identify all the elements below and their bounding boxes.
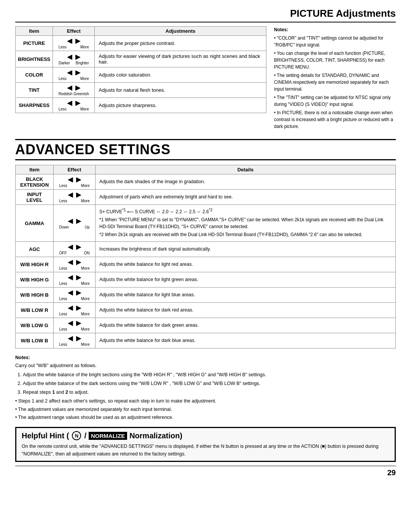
page-number: 29 [15, 466, 396, 477]
arrow-left-label: Less [59, 77, 67, 81]
gamma-detail-line: *2 When 2k1k signals are received with t… [99, 231, 392, 238]
picture-table-row: SHARPNESS ◀ ▶ Less More Adjusts picture … [16, 98, 266, 113]
slash-label: / [84, 431, 86, 440]
arrow-left-icon: ◀ [68, 289, 73, 296]
adv-col-details: Details [96, 165, 396, 174]
advanced-extra-note: • The adjustment range values should be … [15, 414, 396, 422]
arrow-left-icon: ◀ [68, 176, 73, 183]
picture-description-cell: Adjusts for natural flesh tones. [95, 83, 266, 98]
helpful-hint-body: On the remote control unit, while the "A… [22, 443, 389, 458]
picture-item-cell: COLOR [16, 67, 53, 83]
arrow-left-label: Less [59, 45, 67, 49]
advanced-table-row: W/B LOW G ◀ ▶ Less More Adjusts the whit… [16, 318, 396, 333]
n-circle: N [72, 431, 81, 440]
adv-item-cell: W/B LOW R [16, 303, 54, 318]
picture-effect-cell: ◀ ▶ Darker Brighter [53, 51, 95, 67]
arrow-left-icon: ◀ [68, 243, 73, 250]
adv-item-cell: W/B HIGH B [16, 288, 54, 303]
adv-details-cell: Adjusts the white balance for light gree… [96, 272, 396, 288]
gamma-detail-line: S+ CURVE*1 ⟵ S CURVE ↔ 2.0 ↔ 2.2 ↔ 2.5 ↔… [99, 207, 392, 215]
picture-table: Item Effect Adjustments PICTURE ◀ ▶ Less… [15, 26, 266, 113]
arrow-left-icon: ◀ [68, 320, 73, 326]
arrow-left-label: Less [59, 297, 67, 301]
adv-details-cell: Adjusts the dark shades of the image in … [96, 174, 396, 190]
arrow-right-icon: ▶ [76, 304, 81, 311]
advanced-notes-steps: Adjust the white balance of the bright s… [15, 371, 396, 397]
picture-note-item: • In PICTURE, there is not a noticeable … [274, 109, 396, 130]
arrow-left-label: Down [59, 225, 69, 229]
picture-table-row: TINT ◀ ▶ Reddish Greenish Adjusts for na… [16, 83, 266, 98]
advanced-step: Repeat steps 1 and 2 to adjust. [23, 388, 396, 396]
arrow-right-icon: ▶ [76, 335, 81, 342]
arrow-left-label: Less [59, 199, 67, 203]
advanced-step: Adjust the white balance of the bright s… [23, 371, 396, 379]
advanced-extra-note: • The adjustment values are memorized se… [15, 406, 396, 414]
picture-table-row: PICTURE ◀ ▶ Less More Adjusts the proper… [16, 36, 266, 51]
arrow-left-icon: ◀ [68, 191, 73, 198]
adv-item-cell: GAMMA [16, 205, 54, 242]
advanced-step: Adjust the white balance of the dark sec… [23, 380, 396, 388]
arrow-left-icon: ◀ [67, 53, 72, 60]
picture-item-cell: PICTURE [16, 36, 53, 51]
picture-note-item: • "COLOR" and "TINT" settings cannot be … [274, 35, 396, 48]
arrow-left-icon: ◀ [68, 274, 73, 281]
advanced-extra-note: • Steps 1 and 2 affect each other's sett… [15, 397, 396, 405]
arrow-right-label: Brighter [76, 61, 89, 65]
adv-item-cell: W/B HIGH G [16, 272, 54, 288]
advanced-table-row: INPUTLEVEL ◀ ▶ Less More Adjustment of p… [16, 190, 396, 205]
arrow-left-label: Less [59, 184, 67, 188]
adv-item-cell: W/B LOW G [16, 318, 54, 333]
arrow-right-label: More [81, 184, 90, 188]
adv-item-cell: BLACKEXTENSION [16, 174, 54, 190]
adv-col-item: Item [16, 165, 54, 174]
adv-item-cell: W/B HIGH R [16, 257, 54, 272]
arrow-left-label: Less [59, 266, 67, 270]
adv-effect-cell: ◀ ▶ Less More [54, 257, 96, 272]
arrow-right-icon: ▶ [75, 53, 81, 60]
arrow-right-label: Up [85, 225, 90, 229]
arrow-right-label: More [81, 312, 90, 316]
helpful-hint-label: Helpful Hint ( [22, 431, 69, 440]
picture-effect-cell: ◀ ▶ Less More [53, 98, 95, 113]
arrow-left-label: Less [59, 327, 67, 331]
arrow-left-label: Less [59, 281, 67, 286]
adv-item-cell: W/B LOW B [16, 333, 54, 348]
arrow-right-label: More [80, 107, 89, 111]
advanced-table-row: W/B LOW R ◀ ▶ Less More Adjusts the whit… [16, 303, 396, 318]
arrow-left-icon: ◀ [67, 37, 72, 44]
advanced-table-row: BLACKEXTENSION ◀ ▶ Less More Adjusts the… [16, 174, 396, 190]
adv-effect-cell: ◀ ▶ Less More [54, 318, 96, 333]
col-item: Item [16, 27, 53, 36]
col-effect: Effect [53, 27, 95, 36]
arrow-right-label: More [81, 199, 90, 203]
arrow-left-icon: ◀ [68, 217, 73, 224]
col-adjustments: Adjustments [95, 27, 266, 36]
arrow-right-icon: ▶ [76, 259, 81, 265]
adv-details-cell: Adjusts the white balance for light blue… [96, 288, 396, 303]
advanced-notes-extra: • Steps 1 and 2 affect each other's sett… [15, 397, 396, 422]
picture-description-cell: Adjusts the proper picture contrast. [95, 36, 266, 51]
arrow-right-label: More [81, 266, 90, 270]
adv-details-cell: Adjustment of parts which are extremely … [96, 190, 396, 205]
arrow-right-icon: ▶ [76, 243, 81, 250]
page-title: PICTURE Adjustments [15, 8, 396, 22]
arrow-right-label: More [81, 281, 90, 286]
arrow-right-icon: ▶ [76, 191, 81, 198]
arrow-right-label: More [80, 45, 89, 49]
arrow-right-label: Greenish [73, 92, 89, 96]
picture-item-cell: BRIGHTNESS [16, 51, 53, 67]
advanced-table-row: W/B LOW B ◀ ▶ Less More Adjusts the whit… [16, 333, 396, 348]
picture-description-cell: Adjusts picture sharpness. [95, 98, 266, 113]
adv-details-cell: Adjusts the white balance for dark blue … [96, 333, 396, 348]
arrow-left-icon: ◀ [67, 69, 72, 76]
arrow-right-icon: ▶ [75, 99, 81, 106]
arrow-right-icon: ▶ [76, 320, 81, 326]
advanced-settings-title: ADVANCED SETTINGS [15, 139, 396, 160]
adv-effect-cell: ◀ ▶ Down Up [54, 205, 96, 242]
arrow-right-icon: ▶ [75, 69, 81, 76]
arrow-right-label: More [80, 77, 89, 81]
arrow-right-icon: ▶ [76, 289, 81, 296]
adv-item-cell: INPUTLEVEL [16, 190, 54, 205]
adv-item-cell: AGC [16, 242, 54, 257]
arrow-right-icon: ▶ [75, 37, 81, 44]
